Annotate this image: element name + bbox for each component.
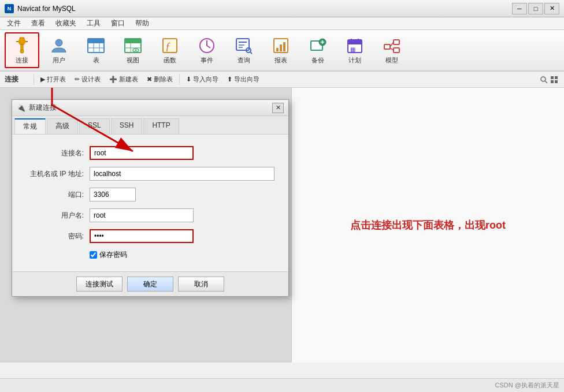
open-icon: ▶ <box>40 76 45 83</box>
port-row: 端口: <box>26 188 274 201</box>
search-icon <box>540 76 548 84</box>
delete-icon: ✖ <box>147 76 152 83</box>
toolbar-backup[interactable]: 备份 <box>300 32 335 68</box>
svg-line-29 <box>250 52 252 54</box>
tab-advanced[interactable]: 高级 <box>47 118 78 134</box>
ok-button[interactable]: 确定 <box>127 277 173 292</box>
connection-name-input[interactable] <box>90 146 194 160</box>
cancel-button[interactable]: 取消 <box>178 277 224 292</box>
svg-rect-43 <box>384 44 390 49</box>
svg-rect-45 <box>394 48 399 53</box>
open-table-button[interactable]: ▶ 打开表 <box>36 73 70 85</box>
left-panel: 🔌 新建连接 ✕ 常规 高级 SSL SSH HTTP <box>0 88 292 363</box>
tab-ssl[interactable]: SSL <box>79 118 110 134</box>
search-button[interactable] <box>536 74 562 85</box>
toolbar-view[interactable]: 视图 <box>116 32 150 68</box>
username-input[interactable] <box>90 208 194 222</box>
new-connection-dialog: 🔌 新建连接 ✕ 常规 高级 SSL SSH HTTP <box>12 99 289 297</box>
status-right: CSDN @执着的派天星 <box>495 381 559 390</box>
toolbar-report[interactable]: 报表 <box>264 32 298 68</box>
query-icon <box>235 36 253 55</box>
svg-rect-44 <box>394 40 399 44</box>
svg-rect-39 <box>348 40 362 44</box>
toolbar: 连接 用户 表 <box>0 30 564 72</box>
toolbar-schedule[interactable]: ▦ 计划 <box>337 32 372 68</box>
connect-icon <box>13 36 31 55</box>
menu-window[interactable]: 窗口 <box>106 17 129 29</box>
menu-view[interactable]: 查看 <box>27 17 50 29</box>
user-label: 用户 <box>53 56 65 65</box>
model-label: 模型 <box>385 56 398 65</box>
svg-text:▦: ▦ <box>350 46 355 53</box>
query-label: 查询 <box>238 56 250 65</box>
svg-point-2 <box>20 50 24 53</box>
minimize-button[interactable]: ─ <box>512 3 527 14</box>
toolbar-user[interactable]: 用户 <box>42 32 76 68</box>
design-table-button[interactable]: ✏ 设计表 <box>70 73 105 85</box>
toolbar-query[interactable]: 查询 <box>227 32 261 68</box>
svg-line-46 <box>390 42 394 47</box>
toolbar-table[interactable]: 表 <box>79 32 113 68</box>
action-bar: 连接 ▶ 打开表 ✏ 设计表 ➕ 新建表 ✖ 删除表 ⬇ 导入向导 ⬆ 导出向导 <box>0 72 564 88</box>
tab-http[interactable]: HTTP <box>143 118 179 134</box>
import-wizard-button[interactable]: ⬇ 导入向导 <box>182 73 222 85</box>
tab-ssh[interactable]: SSH <box>111 118 143 134</box>
view-label: 视图 <box>127 56 139 65</box>
toolbar-event[interactable]: 事件 <box>190 32 224 68</box>
export-wizard-button[interactable]: ⬆ 导出向导 <box>223 73 264 85</box>
menu-bar: 文件 查看 收藏夹 工具 窗口 帮助 <box>0 17 564 30</box>
save-password-label: 保存密码 <box>99 250 127 260</box>
password-label: 密码: <box>26 232 90 241</box>
menu-file[interactable]: 文件 <box>2 17 25 29</box>
dialog-title-text: 新建连接 <box>29 103 57 113</box>
tab-general[interactable]: 常规 <box>14 118 46 134</box>
svg-rect-53 <box>555 80 558 83</box>
func-label: 函数 <box>164 56 176 65</box>
dialog-title-icon: 🔌 <box>17 104 25 112</box>
svg-rect-14 <box>125 39 141 43</box>
toolbar-model[interactable]: 模型 <box>374 32 409 68</box>
backup-label: 备份 <box>311 56 324 65</box>
close-button[interactable]: ✕ <box>544 3 559 14</box>
menu-tools[interactable]: 工具 <box>82 17 105 29</box>
table-label: 表 <box>93 56 99 65</box>
save-password-checkbox[interactable] <box>90 251 97 259</box>
menu-favorites[interactable]: 收藏夹 <box>51 17 81 29</box>
svg-rect-33 <box>283 42 285 51</box>
right-panel: 点击连接出现下面表格，出现root <box>292 88 564 363</box>
dialog-close-button[interactable]: ✕ <box>272 103 284 113</box>
delete-table-button[interactable]: ✖ 删除表 <box>143 73 177 85</box>
password-input[interactable] <box>90 229 194 243</box>
grid-icon <box>550 76 558 84</box>
save-password-row: 保存密码 <box>90 250 274 260</box>
toolbar-func[interactable]: ƒ 函数 <box>153 32 187 68</box>
report-label: 报表 <box>274 56 287 65</box>
username-row: 用户名: <box>26 208 274 222</box>
maximize-button[interactable]: □ <box>528 3 543 14</box>
port-input[interactable] <box>90 188 136 201</box>
connection-name-row: 连接名: <box>26 146 274 160</box>
svg-text:ƒ: ƒ <box>165 41 170 53</box>
menu-help[interactable]: 帮助 <box>131 17 154 29</box>
func-icon: ƒ <box>161 36 179 55</box>
import-icon: ⬇ <box>186 76 191 83</box>
main-area: 🔌 新建连接 ✕ 常规 高级 SSL SSH HTTP <box>0 88 564 363</box>
host-row: 主机名或 IP 地址: <box>26 167 274 181</box>
password-row: 密码: <box>26 229 274 243</box>
schedule-icon: ▦ <box>346 36 364 55</box>
svg-line-49 <box>545 81 547 83</box>
dialog-overlay: 🔌 新建连接 ✕ 常规 高级 SSL SSH HTTP <box>0 88 291 363</box>
toolbar-connect[interactable]: 连接 <box>5 32 39 68</box>
host-input[interactable] <box>90 167 274 181</box>
test-connection-button[interactable]: 连接测试 <box>76 277 123 292</box>
table-icon <box>87 36 105 55</box>
svg-rect-50 <box>551 76 554 79</box>
app-icon: N <box>5 4 14 13</box>
dialog-footer: 连接测试 确定 取消 <box>12 271 288 296</box>
dialog-title-bar: 🔌 新建连接 ✕ <box>12 100 288 116</box>
svg-point-18 <box>135 49 137 51</box>
event-label: 事件 <box>201 56 213 65</box>
connect-label: 连接 <box>16 56 28 65</box>
hint-text: 点击连接出现下面表格，出现root <box>350 218 506 232</box>
new-table-button[interactable]: ➕ 新建表 <box>105 73 142 85</box>
